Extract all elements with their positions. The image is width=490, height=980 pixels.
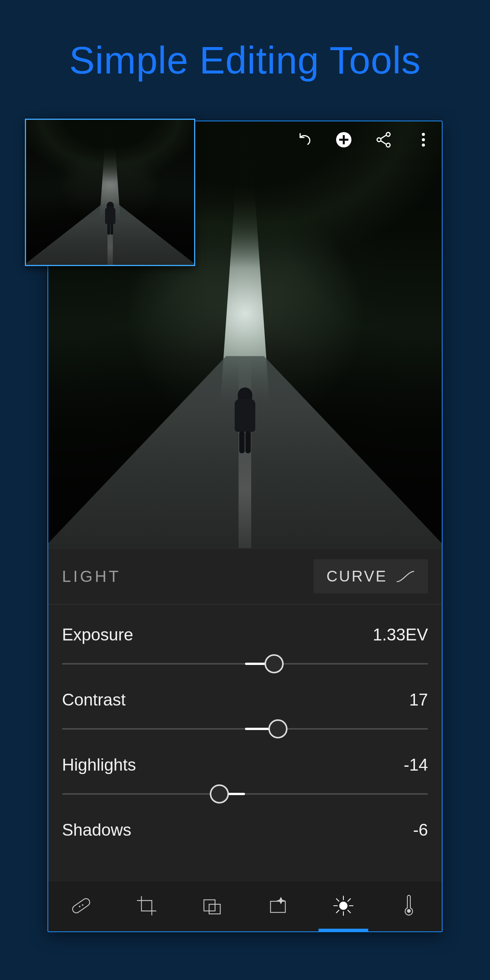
svg-point-14 [407,909,411,913]
page-headline: Simple Editing Tools [0,38,490,82]
slider-shadows: Shadows-6 [62,804,428,840]
slider-value: 1.33EV [373,625,428,644]
svg-point-1 [386,132,390,136]
curve-button-label: CURVE [327,568,387,585]
sun-icon [332,894,355,919]
top-toolbar [293,129,434,150]
slider-label: Contrast [62,690,126,709]
undo-icon[interactable] [293,129,315,150]
panel-title: LIGHT [62,567,121,586]
slider-track[interactable] [62,719,428,738]
light-panel: LIGHT CURVE Exposure1.33EVContrast17High… [48,548,442,881]
tool-dock [48,881,442,931]
slider-thumb[interactable] [268,719,287,738]
sliders-container: Exposure1.33EVContrast17Highlights-14Sha… [48,604,442,881]
slider-track[interactable] [62,784,428,804]
svg-rect-12 [270,901,285,912]
auto-icon [266,894,290,919]
before-thumbnail [25,119,195,266]
heal-tool[interactable] [48,881,114,931]
svg-point-8 [79,906,80,907]
svg-point-13 [340,902,347,909]
share-icon[interactable] [373,129,394,150]
crop-tool[interactable] [114,881,179,931]
slider-contrast: Contrast17 [62,673,428,738]
thermometer-icon [397,894,421,919]
svg-point-5 [422,138,425,141]
subject-figure [232,386,258,455]
svg-point-3 [386,143,390,147]
slider-label: Exposure [62,625,133,644]
presets-tool[interactable] [180,881,245,931]
crop-icon [135,894,158,919]
bandaid-icon [69,894,93,919]
curve-icon [396,570,415,583]
svg-point-2 [377,138,381,142]
light-tool[interactable] [310,881,376,931]
more-icon[interactable] [413,129,434,150]
svg-point-6 [422,144,425,147]
slider-value: 17 [409,690,428,709]
svg-rect-7 [71,897,91,914]
slider-value: -14 [403,755,428,774]
slider-thumb[interactable] [265,654,284,673]
slider-label: Highlights [62,755,136,774]
svg-point-9 [82,904,83,906]
slider-highlights: Highlights-14 [62,738,428,804]
color-tool[interactable] [376,881,442,931]
slider-thumb[interactable] [210,784,229,804]
slider-exposure: Exposure1.33EV [62,608,428,673]
slider-track[interactable] [62,654,428,673]
svg-point-4 [422,133,425,136]
slider-label: Shadows [62,820,131,840]
auto-tool[interactable] [245,881,310,931]
slider-value: -6 [413,820,428,840]
presets-icon [200,894,224,919]
add-icon[interactable] [333,129,354,150]
curve-button[interactable]: CURVE [314,559,428,593]
